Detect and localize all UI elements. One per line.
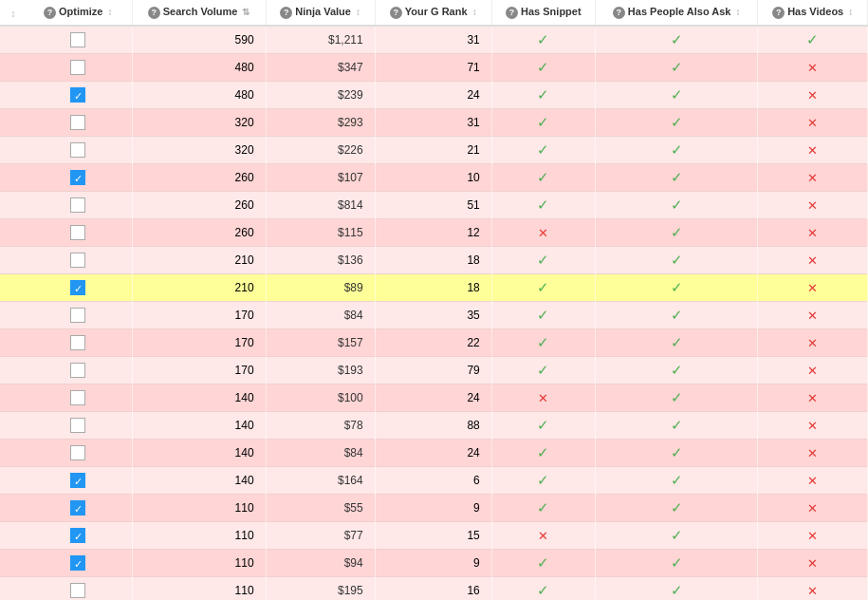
- grank-info-icon[interactable]: ?: [390, 7, 402, 19]
- optimize-checkbox-cell[interactable]: [25, 577, 132, 601]
- optimize-checkbox-cell[interactable]: [25, 82, 132, 109]
- videos-cell: ✕: [758, 247, 868, 274]
- ninja-info-icon[interactable]: ?: [280, 7, 292, 19]
- optimize-checkbox[interactable]: [70, 225, 85, 240]
- videos-cross-icon: ✕: [807, 391, 818, 405]
- optimize-checkbox[interactable]: [70, 87, 85, 103]
- ninja-value-cell: $89: [266, 274, 375, 302]
- search-volume-cell: 140: [132, 467, 266, 495]
- optimize-checkbox[interactable]: [70, 500, 85, 516]
- optimize-checkbox[interactable]: [70, 390, 85, 405]
- videos-sort-icon[interactable]: ↕: [848, 7, 853, 17]
- optimize-checkbox-cell[interactable]: [25, 137, 132, 164]
- optimize-checkbox[interactable]: [70, 142, 85, 158]
- optimize-checkbox-cell[interactable]: [25, 522, 132, 550]
- row-left-pad: [0, 467, 25, 495]
- grank-cell: 18: [375, 274, 491, 302]
- col-snippet-header: ?Has Snippet: [491, 0, 595, 26]
- row-left-pad: [0, 82, 25, 109]
- search-volume-cell: 170: [132, 357, 266, 384]
- optimize-checkbox-cell[interactable]: [25, 302, 132, 329]
- col-people-header: ?Has People Also Ask ↕: [595, 0, 758, 26]
- optimize-checkbox-cell[interactable]: [25, 192, 132, 219]
- optimize-checkbox[interactable]: [70, 60, 85, 75]
- optimize-checkbox-cell[interactable]: [25, 54, 132, 82]
- optimize-checkbox[interactable]: [70, 308, 85, 323]
- optimize-checkbox-cell[interactable]: [25, 357, 132, 384]
- search-volume-cell: 140: [132, 440, 266, 467]
- table-row: 170$8435✓✓✕: [0, 302, 868, 329]
- snippet-cell: ✕: [491, 522, 595, 550]
- ninja-sort-icon[interactable]: ↕: [356, 7, 360, 17]
- optimize-checkbox-cell[interactable]: [25, 164, 132, 192]
- videos-info-icon[interactable]: ?: [772, 7, 785, 19]
- people-check-icon: ✓: [671, 417, 683, 433]
- table-row: 320$22621✓✓✕: [0, 137, 868, 164]
- snippet-cell: ✓: [491, 329, 595, 357]
- optimize-sort-icon[interactable]: ↕: [108, 7, 113, 17]
- col-search-header: ?Search Volume ⇅: [132, 0, 266, 26]
- people-cell: ✓: [595, 440, 758, 467]
- optimize-checkbox-cell[interactable]: [25, 467, 132, 495]
- snippet-check-icon: ✓: [537, 582, 549, 598]
- optimize-checkbox-cell[interactable]: [25, 109, 132, 137]
- optimize-info-icon[interactable]: ?: [44, 7, 56, 19]
- optimize-checkbox[interactable]: [70, 363, 85, 378]
- people-sort-icon[interactable]: ↕: [736, 7, 741, 17]
- people-cell: ✓: [595, 384, 758, 412]
- col-actions-header: ↕: [0, 0, 25, 26]
- people-cell: ✓: [595, 522, 758, 550]
- ninja-value-cell: $94: [266, 550, 375, 577]
- optimize-checkbox[interactable]: [70, 418, 85, 433]
- optimize-checkbox[interactable]: [70, 473, 85, 488]
- optimize-checkbox[interactable]: [70, 115, 85, 130]
- optimize-checkbox-cell[interactable]: [25, 495, 132, 522]
- optimize-checkbox[interactable]: [70, 197, 85, 213]
- optimize-checkbox-cell[interactable]: [25, 412, 132, 440]
- table-row: 480$34771✓✓✕: [0, 54, 868, 82]
- table-row: 170$19379✓✓✕: [0, 357, 868, 384]
- grank-cell: 10: [375, 164, 491, 192]
- optimize-checkbox[interactable]: [70, 253, 85, 268]
- optimize-checkbox[interactable]: [70, 555, 85, 571]
- optimize-checkbox[interactable]: [70, 445, 85, 460]
- optimize-checkbox[interactable]: [70, 32, 85, 47]
- optimize-checkbox-cell[interactable]: [25, 247, 132, 274]
- people-cell: ✓: [595, 109, 758, 137]
- optimize-checkbox-cell[interactable]: [25, 440, 132, 467]
- optimize-checkbox-cell[interactable]: [25, 384, 132, 412]
- optimize-checkbox-cell[interactable]: [25, 219, 132, 247]
- videos-cross-icon: ✕: [807, 529, 818, 543]
- col-people-label: Has People Also Ask: [628, 6, 731, 17]
- grank-sort-icon[interactable]: ↕: [472, 7, 477, 17]
- sort-icon[interactable]: ↕: [11, 9, 16, 19]
- row-left-pad: [0, 412, 25, 440]
- videos-cross-icon: ✕: [807, 61, 818, 75]
- snippet-cross-icon: ✕: [538, 391, 548, 405]
- optimize-checkbox-cell[interactable]: [25, 329, 132, 357]
- videos-cell: ✓: [758, 26, 868, 54]
- optimize-checkbox-cell[interactable]: [25, 550, 132, 577]
- people-check-icon: ✓: [671, 31, 683, 47]
- people-cell: ✓: [595, 247, 758, 274]
- optimize-checkbox[interactable]: [70, 170, 85, 185]
- optimize-checkbox[interactable]: [70, 335, 85, 350]
- optimize-checkbox[interactable]: [70, 528, 85, 543]
- grank-cell: 22: [375, 329, 491, 357]
- snippet-info-icon[interactable]: ?: [506, 7, 518, 19]
- people-check-icon: ✓: [671, 527, 683, 543]
- search-volume-cell: 140: [132, 412, 266, 440]
- optimize-checkbox[interactable]: [70, 280, 85, 295]
- optimize-checkbox-cell[interactable]: [25, 274, 132, 302]
- row-left-pad: [0, 550, 25, 577]
- snippet-check-icon: ✓: [537, 417, 549, 433]
- optimize-checkbox[interactable]: [70, 583, 85, 598]
- search-sort-icon[interactable]: ⇅: [242, 7, 249, 17]
- videos-cell: ✕: [758, 329, 868, 357]
- optimize-checkbox-cell[interactable]: [25, 26, 132, 54]
- videos-cross-icon: ✕: [807, 281, 818, 295]
- videos-cross-icon: ✕: [807, 556, 818, 571]
- search-volume-cell: 320: [132, 137, 266, 164]
- people-info-icon[interactable]: ?: [613, 7, 625, 19]
- search-info-icon[interactable]: ?: [148, 7, 160, 19]
